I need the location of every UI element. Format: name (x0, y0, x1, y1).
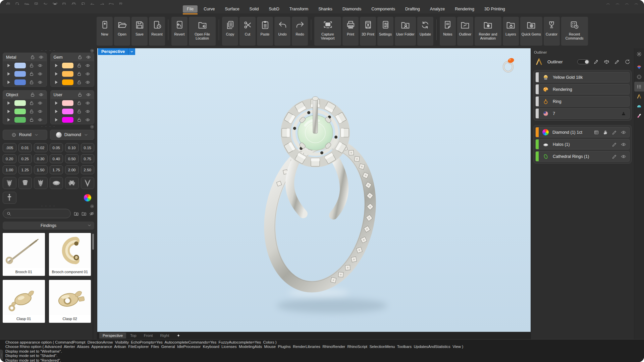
lock-open-icon[interactable] (29, 71, 34, 76)
curator-icon[interactable] (118, 2, 123, 5)
finding-thumb-brooch-01[interactable]: Brooch 01 (3, 233, 45, 276)
3d-print-button[interactable]: 3D Print (360, 17, 376, 46)
head-bezel-button[interactable] (18, 177, 32, 189)
outliner-row-diamond-1-1ct[interactable]: Diamond (1) 1ct (535, 127, 630, 137)
eye-off-icon[interactable] (89, 211, 94, 216)
capture-viewport-button[interactable]: Capture Viewport (314, 17, 341, 46)
gem-size-0-40[interactable]: 0.40 (50, 154, 63, 163)
eye-icon[interactable] (39, 55, 44, 60)
viewport-label[interactable]: Perspective (98, 48, 135, 55)
search-input[interactable] (13, 211, 67, 216)
eye-icon[interactable] (38, 71, 43, 76)
lock-open-icon[interactable] (77, 80, 82, 85)
circle-badge-icon[interactable] (625, 3, 629, 5)
panel-splitter[interactable]: · · · · (3, 204, 94, 208)
viewport-tab-top[interactable]: Top (127, 333, 140, 339)
outliner-toggle[interactable] (577, 59, 589, 64)
eye-icon[interactable] (621, 130, 626, 135)
eye-icon[interactable] (85, 117, 90, 122)
new-button[interactable]: New (97, 17, 113, 46)
color-swatch[interactable] (14, 100, 26, 106)
scale-icon[interactable] (604, 59, 609, 65)
color-swatch[interactable] (62, 100, 73, 106)
gem-shape-select-round[interactable]: Round (3, 130, 47, 140)
capture-icon[interactable] (52, 2, 58, 5)
color-swatch[interactable] (14, 79, 26, 85)
menu-tab-transform[interactable]: Transform (285, 5, 313, 13)
eye-icon[interactable] (85, 101, 90, 106)
lock-open-icon[interactable] (77, 71, 82, 76)
menu-tab-solid[interactable]: Solid (246, 5, 263, 13)
refresh-c-icon[interactable] (625, 59, 630, 65)
eye-icon[interactable] (38, 63, 43, 68)
circle-badge-icon[interactable] (606, 3, 610, 5)
viewport-canvas[interactable]: Perspective (97, 48, 531, 332)
redo-icon[interactable] (99, 2, 105, 5)
menu-tab-shanks[interactable]: Shanks (314, 5, 336, 13)
lock-open-icon[interactable] (77, 63, 82, 68)
ring-silhouette-icon[interactable] (621, 111, 626, 116)
outliner-row-rendering[interactable]: Rendering (535, 84, 630, 95)
head-peg-button[interactable] (3, 192, 16, 204)
color-wheel-button[interactable] (81, 192, 95, 204)
menu-tab-curve[interactable]: Curve (200, 5, 219, 13)
gem-size-0-05[interactable]: 0.05 (50, 143, 63, 152)
gear-icon[interactable] (90, 204, 94, 208)
menu-tab-surface[interactable]: Surface (221, 5, 244, 13)
panel-splitter[interactable]: · · · · (3, 124, 94, 129)
eye-icon[interactable] (621, 142, 626, 147)
lock-open-icon[interactable] (77, 92, 83, 97)
head-cluster-button[interactable] (65, 177, 79, 189)
menu-tab-analyze[interactable]: Analyze (426, 5, 449, 13)
eye-icon[interactable] (85, 109, 90, 114)
recent-button[interactable]: Recent (149, 17, 165, 46)
color-swatch[interactable] (14, 63, 26, 68)
pencil-icon[interactable] (612, 130, 617, 135)
play-icon[interactable] (54, 109, 59, 114)
pencil-icon[interactable] (614, 59, 620, 65)
user-folder-button[interactable]: User Folder (395, 17, 416, 46)
undo-icon[interactable] (90, 2, 95, 5)
folder-plus-icon[interactable] (82, 211, 87, 216)
lock-open-icon[interactable] (30, 92, 35, 97)
cut-button[interactable]: Cut (239, 17, 256, 46)
color-swatch[interactable] (14, 117, 26, 123)
folder-user-icon[interactable] (74, 211, 79, 216)
gem-size-0-01[interactable]: 0.01 (18, 143, 32, 152)
search-box[interactable] (3, 209, 71, 218)
pencil-icon[interactable] (612, 154, 617, 159)
gem-size-005[interactable]: .005 (3, 143, 16, 152)
gem-size-0-30[interactable]: 0.30 (34, 154, 48, 163)
eye-icon[interactable] (85, 80, 90, 85)
menu-tab-3d-printing[interactable]: 3D Printing (480, 5, 509, 13)
menu-tab-components[interactable]: Components (367, 5, 399, 13)
folder-in-icon[interactable] (109, 2, 114, 5)
lock-open-icon[interactable] (77, 109, 82, 114)
play-icon[interactable] (6, 80, 11, 85)
paste-button[interactable]: Paste (257, 17, 273, 46)
gem-size-0-25[interactable]: 0.25 (18, 154, 32, 163)
gem-size-1-00[interactable]: 1.00 (3, 165, 16, 174)
eye-icon[interactable] (38, 80, 43, 85)
curator-button[interactable]: Curator (544, 17, 560, 46)
color-swatch[interactable] (62, 63, 73, 68)
viewport-tab-perspective[interactable]: Perspective (99, 333, 126, 339)
gear-icon[interactable] (90, 125, 94, 129)
grid-cells-icon[interactable] (594, 130, 599, 135)
open-button[interactable]: Open (114, 17, 130, 46)
strip-tab-round-outline[interactable] (634, 72, 644, 82)
settings-button[interactable]: Settings (377, 17, 393, 46)
strip-tab-outline-tree[interactable] (634, 82, 644, 92)
finding-thumb-clasp-02[interactable]: Clasp 02 (49, 280, 91, 323)
color-swatch[interactable] (14, 109, 26, 114)
eye-icon[interactable] (38, 117, 43, 122)
findings-scrollbar[interactable] (92, 233, 94, 339)
outliner-button[interactable]: Outliner (457, 17, 473, 46)
gem-size-1-25[interactable]: 1.25 (18, 165, 32, 174)
color-swatch[interactable] (62, 71, 73, 77)
play-icon[interactable] (54, 117, 59, 122)
head-prong-button[interactable] (3, 177, 16, 189)
color-swatch[interactable] (62, 109, 73, 114)
lock-open-icon[interactable] (29, 117, 34, 122)
menu-tab-rendering[interactable]: Rendering (451, 5, 478, 13)
